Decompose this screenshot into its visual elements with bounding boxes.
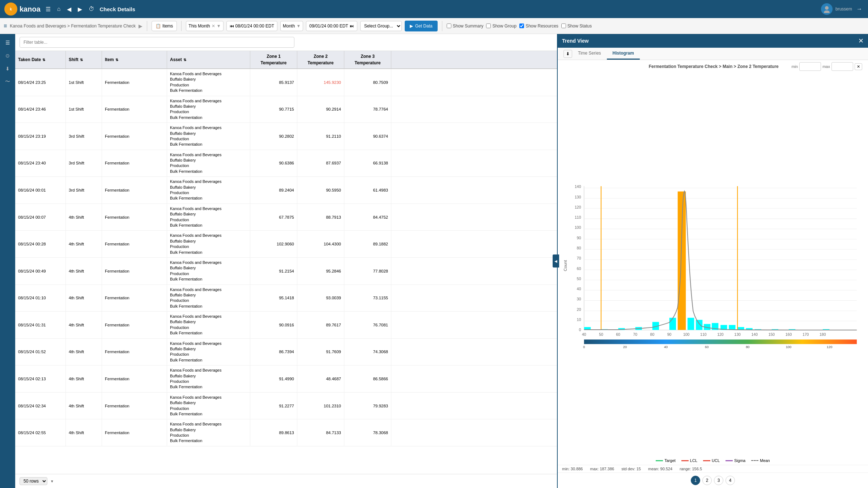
this-month-dropdown[interactable]: This Month ✕ ▼ <box>186 21 223 31</box>
td-asset: Kanoa Foods and BeveragesBuffalo BakeryP… <box>167 258 250 284</box>
legend-sigma-label: Sigma <box>734 458 745 463</box>
month-dropdown[interactable]: Month ▼ <box>280 21 303 31</box>
trend-title: Trend View <box>562 38 589 44</box>
show-resources-label[interactable]: Show Resources <box>519 23 558 29</box>
main-layout: ☰ ⊙ ⬇ 〜 Taken Date ⇅ Shift ⇅ Item ⇅ Asse <box>0 34 868 488</box>
td-date: 08/14/24 23:25 <box>15 69 66 96</box>
this-month-clear-icon[interactable]: ✕ <box>212 23 215 29</box>
page-3-button[interactable]: 3 <box>714 476 723 485</box>
app-name: kanoa <box>20 5 41 13</box>
tab-time-series[interactable]: Time Series <box>572 48 607 60</box>
trend-close-button[interactable]: ✕ <box>858 37 864 45</box>
td-z1: 102.9060 <box>250 231 297 257</box>
min-input[interactable] <box>799 62 821 71</box>
td-z1: 91.2277 <box>250 393 297 419</box>
min-label: min <box>791 64 798 69</box>
this-month-expand-icon[interactable]: ▼ <box>217 23 221 29</box>
svg-text:60: 60 <box>705 345 709 349</box>
show-group-checkbox[interactable] <box>486 23 491 28</box>
svg-text:100: 100 <box>683 333 690 337</box>
svg-text:Count: Count <box>563 260 567 271</box>
home-button[interactable]: ⌂ <box>56 4 62 14</box>
legend-lcl: LCL <box>681 458 697 463</box>
td-date: 08/15/24 23:40 <box>15 150 66 177</box>
get-data-button[interactable]: ▶ Get Data <box>405 21 438 31</box>
td-z1: 89.8613 <box>250 419 297 446</box>
legend-sigma: Sigma <box>726 458 745 463</box>
nav-last-icon[interactable]: ⏭ <box>350 23 354 29</box>
td-z3: 61.4983 <box>344 177 391 204</box>
page-2-button[interactable]: 2 <box>702 476 712 485</box>
sidebar-icon-circle[interactable]: ⊙ <box>2 50 13 61</box>
svg-text:160: 160 <box>786 333 792 337</box>
svg-point-2 <box>825 6 829 10</box>
collapse-arrow[interactable]: ◀ <box>553 254 559 267</box>
select-group-dropdown[interactable]: Select Group... <box>360 21 402 31</box>
svg-text:30: 30 <box>577 297 581 301</box>
svg-text:150: 150 <box>769 333 775 337</box>
sidebar-icon-chart[interactable]: 〜 <box>2 76 13 87</box>
month-expand-icon[interactable]: ▼ <box>296 23 301 29</box>
td-z3: 66.9138 <box>344 150 391 177</box>
td-item: Fermentation <box>102 123 167 150</box>
sort-icon-shift[interactable]: ⇅ <box>80 58 83 62</box>
forward-button[interactable]: ▶ <box>76 4 84 14</box>
min-max-clear-button[interactable]: ✕ <box>855 63 862 70</box>
svg-text:50: 50 <box>599 333 603 337</box>
sidebar-icon-menu[interactable]: ☰ <box>2 37 13 48</box>
td-asset: Kanoa Foods and BeveragesBuffalo BakeryP… <box>167 339 250 365</box>
nav-first-icon[interactable]: ⏮ <box>230 23 234 29</box>
filter-input[interactable] <box>20 37 294 48</box>
get-data-label: Get Data <box>415 23 433 29</box>
logout-button[interactable]: → <box>855 4 864 14</box>
show-resources-checkbox[interactable] <box>519 23 524 28</box>
td-asset: Kanoa Foods and BeveragesBuffalo BakeryP… <box>167 150 250 177</box>
sidebar-icon-download[interactable]: ⬇ <box>2 63 13 74</box>
svg-text:0: 0 <box>579 328 581 332</box>
history-button[interactable]: ⏱ <box>87 4 96 14</box>
td-z3: 77.8028 <box>344 258 391 284</box>
svg-text:80: 80 <box>746 345 749 349</box>
show-summary-checkbox[interactable] <box>447 23 451 28</box>
sort-icon-date[interactable]: ⇅ <box>42 58 45 62</box>
show-status-label[interactable]: Show Status <box>561 23 592 29</box>
table-row: 08/15/24 01:52 4th Shift Fermentation Ka… <box>15 339 557 366</box>
td-z3: 84.4752 <box>344 204 391 231</box>
max-input[interactable] <box>831 62 853 71</box>
rows-select-icon: ▼ <box>50 479 54 483</box>
td-z3: 79.9283 <box>344 393 391 419</box>
svg-text:100: 100 <box>786 345 792 349</box>
trend-header: Trend View ✕ <box>558 34 868 48</box>
items-button[interactable]: 📋 Items <box>152 21 177 31</box>
td-date: 08/15/24 02:13 <box>15 365 66 392</box>
back-button[interactable]: ◀ <box>65 4 73 14</box>
page-4-button[interactable]: 4 <box>726 476 735 485</box>
legend-target-color <box>656 460 663 461</box>
table-body: 08/14/24 23:25 1st Shift Fermentation Ka… <box>15 69 557 474</box>
table-row: 08/15/24 02:55 4th Shift Fermentation Ka… <box>15 419 557 446</box>
legend-ucl-color <box>703 460 710 461</box>
td-item: Fermentation <box>102 177 167 204</box>
stats-bar: min: 30.886 max: 187.386 std dev: 15 mea… <box>558 465 868 472</box>
pagination: 1 2 3 4 <box>558 472 868 488</box>
sort-icon-item[interactable]: ⇅ <box>115 58 118 62</box>
page-1-button[interactable]: 1 <box>691 476 700 485</box>
export-button[interactable]: ⬇ <box>563 50 572 58</box>
show-summary-label[interactable]: Show Summary <box>447 23 484 29</box>
td-z2: 95.2846 <box>297 258 344 284</box>
td-z1: 85.9137 <box>250 69 297 96</box>
table-row: 08/15/24 02:34 4th Shift Fermentation Ka… <box>15 393 557 420</box>
td-z2: 101.2310 <box>297 393 344 419</box>
table-row: 08/15/24 01:10 4th Shift Fermentation Ka… <box>15 285 557 312</box>
svg-text:170: 170 <box>803 333 809 337</box>
sort-icon-asset[interactable]: ⇅ <box>183 58 186 62</box>
stat-std-dev: std dev: 15 <box>621 467 641 471</box>
show-group-label[interactable]: Show Group <box>486 23 516 29</box>
tab-histogram[interactable]: Histogram <box>607 48 640 60</box>
page-title: Check Details <box>99 6 135 12</box>
rows-per-page-select[interactable]: 50 rows <box>20 477 47 485</box>
show-status-checkbox[interactable] <box>561 23 566 28</box>
td-z1: 95.1418 <box>250 285 297 312</box>
menu-button[interactable]: ☰ <box>44 4 52 14</box>
trend-tabs-row: ⬇ Time Series Histogram <box>558 48 868 60</box>
